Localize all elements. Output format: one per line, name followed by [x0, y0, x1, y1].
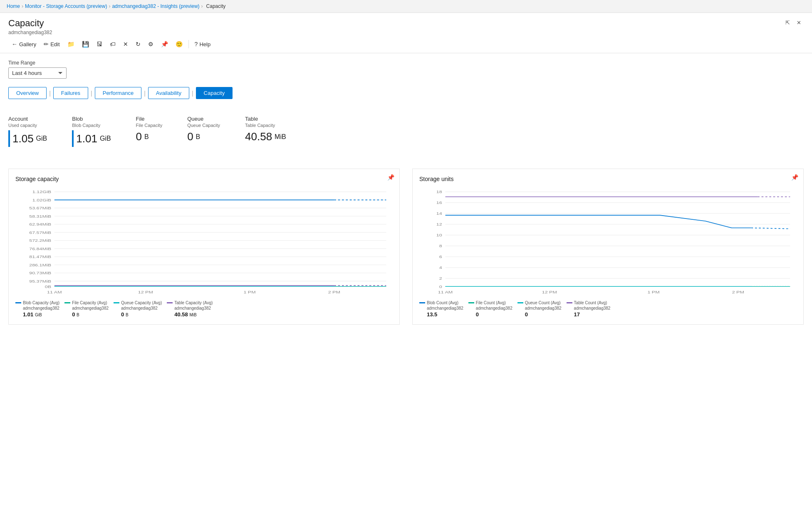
legend-blob-count-color	[419, 302, 425, 303]
storage-units-svg: 18 16 14 12 10 8 6 4 2 0	[419, 187, 797, 296]
metric-file: File File Capacity 0 B	[136, 116, 163, 147]
tab-performance[interactable]: Performance	[95, 87, 141, 99]
svg-text:1.02GiB: 1.02GiB	[32, 198, 51, 202]
svg-text:14: 14	[436, 211, 442, 216]
legend-table-header: Table Capacity (Avg)	[167, 300, 213, 305]
help-icon: ?	[195, 41, 198, 47]
saveas-icon: 🖫	[97, 41, 102, 47]
legend-table-value: 40.58 MiB	[174, 311, 213, 318]
gallery-button[interactable]: ← Gallery	[8, 39, 40, 50]
legend-queue-value: 0 B	[121, 311, 162, 318]
legend-file-count-color	[468, 302, 474, 303]
svg-text:16: 16	[436, 201, 442, 205]
metric-account-unit: GiB	[36, 135, 47, 142]
metric-account-bar	[8, 130, 10, 147]
legend-file-count-value: 0	[476, 311, 512, 318]
svg-text:4: 4	[439, 266, 442, 270]
breadcrumb-monitor[interactable]: Monitor - Storage Accounts (preview)	[25, 3, 107, 9]
undock-button[interactable]: ⇱	[783, 18, 792, 27]
storage-units-legend: Blob Count (Avg) admchangediag382 13.5 F…	[419, 300, 797, 318]
legend-file-header: File Capacity (Avg)	[64, 300, 109, 305]
svg-text:1.12GiB: 1.12GiB	[32, 190, 51, 194]
page-title: Capacity	[8, 18, 52, 29]
save-icon: 💾	[82, 41, 89, 47]
metric-file-label: File	[136, 116, 163, 122]
metric-table: Table Table Capacity 40.58 MiB	[245, 116, 286, 147]
pin-button[interactable]: 📌	[158, 39, 171, 50]
legend-queue-label: Queue Capacity (Avg)	[121, 300, 162, 305]
tab-overview[interactable]: Overview	[8, 87, 47, 99]
legend-queue-color	[114, 302, 119, 303]
metric-queue-value-row: 0 B	[187, 130, 220, 143]
discard-button[interactable]: ✕	[120, 39, 131, 50]
time-range-select[interactable]: Last 30 minutes Last hour Last 4 hours L…	[8, 67, 67, 79]
metric-table-value-row: 40.58 MiB	[245, 130, 286, 143]
metric-queue-sublabel: Queue Capacity	[187, 123, 220, 128]
tab-availability[interactable]: Availability	[148, 87, 189, 99]
edit-button[interactable]: ✏ Edit	[40, 39, 63, 50]
storage-capacity-svg: 1.12GiB 1.02GiB 53.67MiB 58.31MiB 62.94M…	[15, 187, 393, 296]
gallery-icon: ←	[12, 41, 17, 47]
settings-icon: ⚙	[148, 41, 153, 47]
refresh-button[interactable]: ↻	[132, 39, 144, 50]
breadcrumb: Home › Monitor - Storage Accounts (previ…	[0, 0, 812, 13]
legend-blob-value: 1.01 GiB	[23, 311, 59, 318]
tab-sep-4: |	[192, 90, 193, 97]
help-button[interactable]: ? Help	[191, 39, 214, 50]
svg-text:6: 6	[439, 255, 442, 259]
svg-text:76.84MiB: 76.84MiB	[29, 247, 51, 251]
svg-text:0: 0	[439, 285, 442, 289]
metric-table-sublabel: Table Capacity	[245, 123, 286, 128]
legend-table-count-sublabel: admchangediag382	[574, 306, 611, 310]
svg-text:572.2MiB: 572.2MiB	[29, 238, 51, 243]
legend-file-value: 0 B	[72, 311, 109, 318]
panel-header: Capacity admchangediag382 ⇱ ✕	[0, 13, 812, 35]
legend-table-count-header: Table Count (Avg)	[567, 300, 611, 305]
svg-text:2: 2	[439, 276, 442, 281]
svg-text:67.57MiB: 67.57MiB	[29, 231, 51, 235]
saveas-button[interactable]: 🖫	[93, 39, 106, 50]
legend-queue-count-value: 0	[525, 311, 562, 318]
svg-text:286.1MiB: 286.1MiB	[29, 263, 51, 267]
feedback-icon: 🙂	[176, 41, 183, 47]
gallery-label: Gallery	[19, 41, 36, 47]
breadcrumb-current: Capacity	[206, 3, 226, 9]
breadcrumb-home[interactable]: Home	[7, 3, 20, 9]
charts-row: Storage capacity 📌	[8, 169, 804, 325]
toolbar: ← Gallery ✏ Edit 📁 💾 🖫 🏷 ✕ ↻ ⚙ 📌 🙂 ? Hel…	[0, 35, 812, 53]
legend-queue-capacity: Queue Capacity (Avg) admchangediag382 0 …	[114, 300, 162, 318]
metric-blob: Blob Blob Capacity 1.01 GiB	[72, 116, 111, 147]
legend-blob-color	[15, 302, 21, 303]
legend-file-color	[64, 302, 70, 303]
breadcrumb-insights[interactable]: admchangediag382 - Insights (preview)	[112, 3, 199, 9]
page-subtitle: admchangediag382	[8, 30, 52, 35]
metric-blob-value: 1.01	[76, 132, 97, 145]
settings-button[interactable]: ⚙	[145, 39, 157, 50]
svg-text:2 PM: 2 PM	[732, 290, 744, 294]
feedback-button[interactable]: 🙂	[172, 39, 186, 50]
svg-text:81.47MiB: 81.47MiB	[29, 255, 51, 259]
legend-table-count-color	[567, 302, 572, 303]
legend-queue-count-sublabel: admchangediag382	[525, 306, 562, 310]
tag-button[interactable]: 🏷	[106, 39, 119, 50]
discard-icon: ✕	[123, 41, 128, 47]
svg-text:95.37MiB: 95.37MiB	[29, 279, 51, 283]
tab-capacity[interactable]: Capacity	[196, 87, 233, 99]
storage-capacity-pin-icon[interactable]: 📌	[387, 174, 394, 181]
edit-label: Edit	[50, 41, 59, 47]
file-button[interactable]: 📁	[64, 39, 78, 50]
pin-icon: 📌	[161, 41, 168, 47]
svg-text:8: 8	[439, 244, 442, 248]
file-icon: 📁	[67, 41, 74, 47]
tab-failures[interactable]: Failures	[53, 87, 88, 99]
storage-units-pin-icon[interactable]: 📌	[791, 174, 798, 181]
metric-blob-unit: GiB	[100, 135, 111, 142]
close-button[interactable]: ✕	[794, 18, 804, 27]
legend-blob-count-label: Blob Count (Avg)	[427, 300, 458, 305]
legend-file-count: File Count (Avg) admchangediag382 0	[468, 300, 512, 318]
svg-text:58.31MiB: 58.31MiB	[29, 214, 51, 219]
metric-queue: Queue Queue Capacity 0 B	[187, 116, 220, 147]
storage-capacity-title: Storage capacity	[15, 176, 393, 182]
storage-capacity-legend: Blob Capacity (Avg) admchangediag382 1.0…	[15, 300, 393, 318]
save-button[interactable]: 💾	[79, 39, 92, 50]
